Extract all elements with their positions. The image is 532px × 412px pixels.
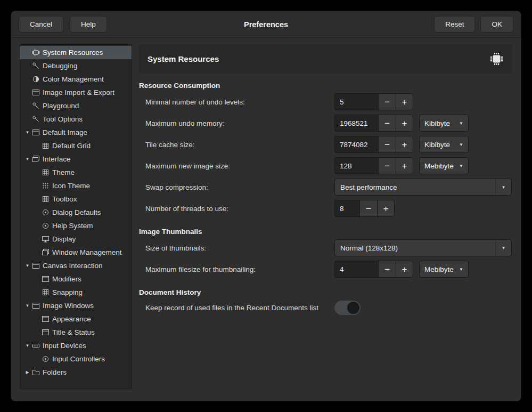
folder-icon	[31, 368, 40, 376]
sidebar-item-image-import-export[interactable]: Image Import & Export	[20, 86, 132, 99]
sidebar-item-snapping[interactable]: Snapping	[20, 286, 132, 299]
expander-expanded-icon[interactable]: ▼	[23, 343, 31, 348]
sidebar-item-label: Window Management	[52, 248, 122, 256]
minimal-number-of-undo-levels-entry[interactable]	[334, 93, 378, 110]
expander-collapsed-icon[interactable]: ▶	[23, 370, 31, 375]
sidebar-item-canvas-interaction[interactable]: ▼Canvas Interaction	[20, 259, 132, 272]
window-icon	[31, 302, 40, 310]
tile-cache-size-increment-button[interactable]: +	[396, 136, 413, 153]
sidebar-item-system-resources[interactable]: System Resources	[20, 46, 132, 59]
ok-button[interactable]: OK	[480, 16, 513, 33]
dots-icon	[41, 182, 50, 190]
window-icon	[31, 128, 40, 136]
number-of-threads-to-use-decrement-button[interactable]: −	[359, 200, 377, 217]
sidebar-item-window-management[interactable]: Window Management	[20, 246, 132, 259]
row-label: Swap compression:	[139, 183, 334, 191]
tools-icon	[31, 115, 40, 123]
sidebar-item-debugging[interactable]: Debugging	[20, 59, 132, 72]
sidebar-item-theme[interactable]: Theme	[20, 166, 132, 179]
sidebar-item-toolbox[interactable]: Toolbox	[20, 192, 132, 206]
sidebar-item-modifiers[interactable]: Modifiers	[20, 272, 132, 286]
tile-cache-size-entry[interactable]	[334, 136, 378, 153]
tile-cache-size-decrement-button[interactable]: −	[378, 136, 396, 153]
reset-button[interactable]: Reset	[434, 16, 475, 33]
sidebar-item-label: Appearance	[52, 315, 91, 323]
sidebar-item-help-system[interactable]: Help System	[20, 219, 132, 232]
row-label: Tile cache size:	[139, 141, 334, 149]
maximum-new-image-size-entry[interactable]	[334, 157, 378, 174]
windows-icon	[31, 155, 40, 163]
sidebar-item-title-status[interactable]: Title & Status	[20, 326, 132, 339]
tile-cache-size-unit-select[interactable]: Kibibyte▼	[419, 136, 469, 153]
settings-row-number-of-threads-to-use: Number of threads to use:−+	[139, 198, 512, 219]
expander-expanded-icon[interactable]: ▼	[23, 157, 31, 161]
window-icon	[41, 328, 50, 336]
swap-compression-select[interactable]: Best performance▼	[334, 179, 512, 196]
cpu-icon	[489, 52, 504, 66]
maximum-filesize-for-thumbnailing-decrement-button[interactable]: −	[378, 261, 396, 278]
sidebar-item-icon-theme[interactable]: Icon Theme	[20, 179, 132, 192]
circle-icon	[41, 222, 50, 230]
sidebar-item-default-grid[interactable]: Default Grid	[20, 139, 132, 152]
sidebar-item-tool-options[interactable]: Tool Options	[20, 112, 132, 126]
chevron-down-icon: ▼	[495, 179, 511, 195]
content-pane: System Resources Resource ConsumptionMin…	[139, 44, 512, 389]
select-value: Best performance	[340, 183, 397, 191]
input-icon	[31, 342, 40, 350]
sidebar-item-image-windows[interactable]: ▼Image Windows	[20, 299, 132, 312]
maximum-undo-memory-decrement-button[interactable]: −	[378, 115, 396, 132]
maximum-filesize-for-thumbnailing-increment-button[interactable]: +	[396, 261, 413, 278]
settings-row-tile-cache-size: Tile cache size:−+Kibibyte▼	[139, 134, 512, 155]
unit-select-label: Mebibyte	[424, 162, 454, 170]
settings-row-size-of-thumbnails: Size of thumbnails:Normal (128x128)▼	[139, 237, 512, 258]
expander-expanded-icon[interactable]: ▼	[23, 303, 31, 308]
row-label: Size of thumbnails:	[139, 244, 334, 252]
circle-icon	[41, 208, 50, 216]
sidebar-item-playground[interactable]: Playground	[20, 99, 132, 112]
maximum-filesize-for-thumbnailing-entry[interactable]	[334, 261, 378, 278]
maximum-undo-memory-unit-select[interactable]: Kibibyte▼	[419, 115, 469, 132]
maximum-undo-memory-entry[interactable]	[334, 115, 378, 132]
size-of-thumbnails-select[interactable]: Normal (128x128)▼	[334, 239, 512, 256]
maximum-new-image-size-increment-button[interactable]: +	[396, 157, 413, 174]
expander-expanded-icon[interactable]: ▼	[23, 263, 31, 268]
number-of-threads-to-use-increment-button[interactable]: +	[377, 200, 395, 217]
minimal-number-of-undo-levels-decrement-button[interactable]: −	[378, 93, 396, 110]
sidebar-item-input-devices[interactable]: ▼Input Devices	[20, 339, 132, 352]
sidebar-item-color-management[interactable]: Color Management	[20, 72, 132, 86]
keep-record-of-used-files-in-the-recent-documents-list-toggle[interactable]	[334, 301, 361, 315]
chevron-down-icon: ▼	[459, 142, 463, 147]
maximum-new-image-size-unit-select[interactable]: Mebibyte▼	[419, 157, 469, 174]
sidebar-item-interface[interactable]: ▼Interface	[20, 152, 132, 166]
chip-icon	[31, 49, 40, 56]
maximum-new-image-size-decrement-button[interactable]: −	[378, 157, 396, 174]
settings-row-minimal-number-of-undo-levels: Minimal number of undo levels:−+	[139, 91, 512, 112]
sidebar-item-dialog-defaults[interactable]: Dialog Defaults	[20, 206, 132, 219]
sidebar-item-default-image[interactable]: ▼Default Image	[20, 126, 132, 139]
sidebar-item-folders[interactable]: ▶Folders	[20, 366, 132, 379]
expander-expanded-icon[interactable]: ▼	[23, 130, 31, 135]
sidebar-item-input-controllers[interactable]: Input Controllers	[20, 352, 132, 366]
sidebar-item-appearance[interactable]: Appearance	[20, 312, 132, 326]
minimal-number-of-undo-levels-increment-button[interactable]: +	[396, 93, 413, 110]
maximum-new-image-size-control: −+Mebibyte▼	[334, 157, 512, 174]
sidebar-item-label: Theme	[52, 168, 75, 176]
preferences-dialog: Cancel Help Preferences Reset OK System …	[11, 11, 521, 401]
number-of-threads-to-use-entry[interactable]	[334, 200, 359, 217]
section-document-history: Document HistoryKeep record of used file…	[139, 286, 512, 317]
row-label: Maximum new image size:	[139, 162, 334, 170]
settings-row-swap-compression: Swap compression:Best performance▼	[139, 176, 512, 198]
maximum-filesize-for-thumbnailing-unit-select[interactable]: Mebibyte▼	[419, 261, 469, 278]
maximum-undo-memory-increment-button[interactable]: +	[396, 115, 413, 132]
sidebar-item-display[interactable]: Display	[20, 232, 132, 246]
sidebar-item-label: Icon Theme	[52, 182, 90, 190]
cancel-button[interactable]: Cancel	[19, 16, 63, 33]
maximum-filesize-for-thumbnailing-control: −+Mebibyte▼	[334, 261, 512, 278]
sidebar-item-label: Title & Status	[52, 328, 95, 336]
help-button[interactable]: Help	[70, 16, 107, 33]
window-icon	[31, 88, 40, 96]
chevron-down-icon: ▼	[459, 267, 463, 272]
settings-row-maximum-filesize-for-thumbnailing: Maximum filesize for thumbnailing:−+Mebi…	[139, 258, 512, 280]
dialog-body: System ResourcesDebuggingColor Managemen…	[11, 38, 521, 401]
sidebar-item-label: Default Grid	[52, 142, 91, 150]
